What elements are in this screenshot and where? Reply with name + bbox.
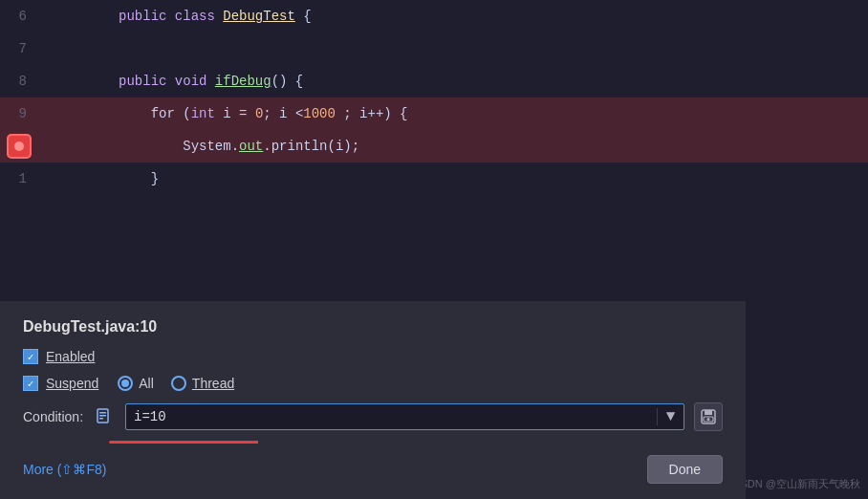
breakpoint-dialog: DebugTest.java:10 Enabled Suspend All Th… xyxy=(0,301,746,499)
all-radio-label: All xyxy=(139,376,154,391)
condition-row: Condition: ▼ xyxy=(23,402,723,431)
enabled-checkbox[interactable] xyxy=(23,349,38,364)
code-editor: 6 public class DebugTest { 7 8 public vo… xyxy=(0,0,868,201)
dialog-title: DebugTest.java:10 xyxy=(23,318,723,336)
code-line-11: 1 } xyxy=(0,163,868,195)
line-number-9: 9 xyxy=(0,106,38,121)
svg-rect-1 xyxy=(99,412,106,414)
condition-save-button[interactable] xyxy=(694,402,723,431)
suspend-row: Suspend All Thread xyxy=(23,376,723,391)
svg-rect-2 xyxy=(99,415,106,417)
thread-radio-label: Thread xyxy=(192,376,234,391)
watermark: CSDN @空山新雨天气晚秋 xyxy=(733,477,860,491)
condition-input-wrap: ▼ xyxy=(125,403,684,430)
save-icon xyxy=(700,408,717,425)
error-underline xyxy=(109,441,358,444)
breakpoint-gutter xyxy=(0,134,38,159)
doc-icon xyxy=(95,407,114,426)
svg-point-7 xyxy=(707,418,710,421)
suspend-checkbox[interactable] xyxy=(23,376,38,391)
line-number-6: 6 xyxy=(0,9,38,24)
line-content-7 xyxy=(38,41,46,56)
enabled-row: Enabled xyxy=(23,349,723,364)
line-number-11: 1 xyxy=(0,171,38,186)
thread-radio[interactable] xyxy=(171,376,186,391)
dialog-bottom-row: More (⇧⌘F8) Done xyxy=(23,455,723,484)
enabled-label: Enabled xyxy=(46,349,95,364)
condition-icon-button[interactable] xyxy=(93,405,116,428)
svg-rect-5 xyxy=(705,410,712,415)
condition-input[interactable] xyxy=(126,404,657,429)
suspend-label: Suspend xyxy=(46,376,98,391)
line-number-8: 8 xyxy=(0,74,38,89)
all-radio[interactable] xyxy=(118,376,133,391)
condition-label: Condition: xyxy=(23,409,83,424)
condition-dropdown-button[interactable]: ▼ xyxy=(657,408,684,425)
breakpoint-marker[interactable] xyxy=(7,134,32,159)
code-line-6: 6 public class DebugTest { xyxy=(0,0,868,33)
line-content-11: } xyxy=(38,156,159,202)
done-button[interactable]: Done xyxy=(647,455,723,484)
svg-rect-3 xyxy=(99,418,103,420)
suspend-radio-group: All Thread xyxy=(118,376,234,391)
line-number-7: 7 xyxy=(0,41,38,56)
more-link[interactable]: More (⇧⌘F8) xyxy=(23,462,106,477)
